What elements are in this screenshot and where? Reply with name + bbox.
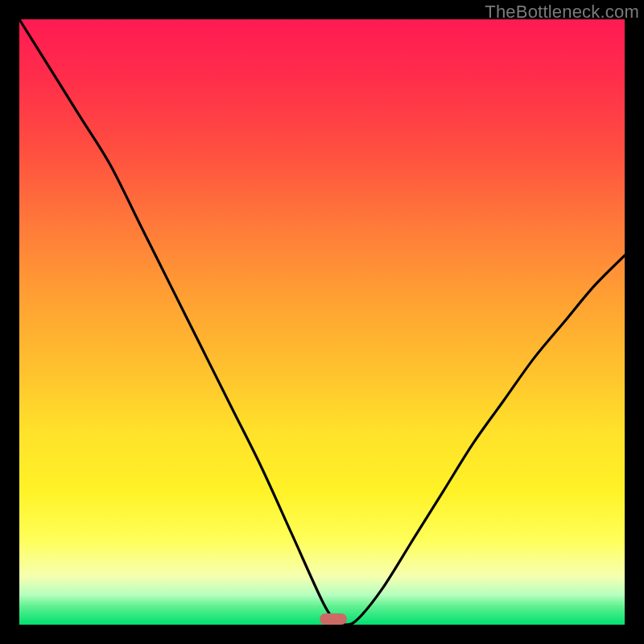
optimal-marker	[320, 613, 347, 625]
watermark-text: TheBottleneck.com	[485, 2, 639, 23]
chart-frame: TheBottleneck.com	[0, 0, 644, 644]
bottleneck-curve	[19, 19, 625, 625]
